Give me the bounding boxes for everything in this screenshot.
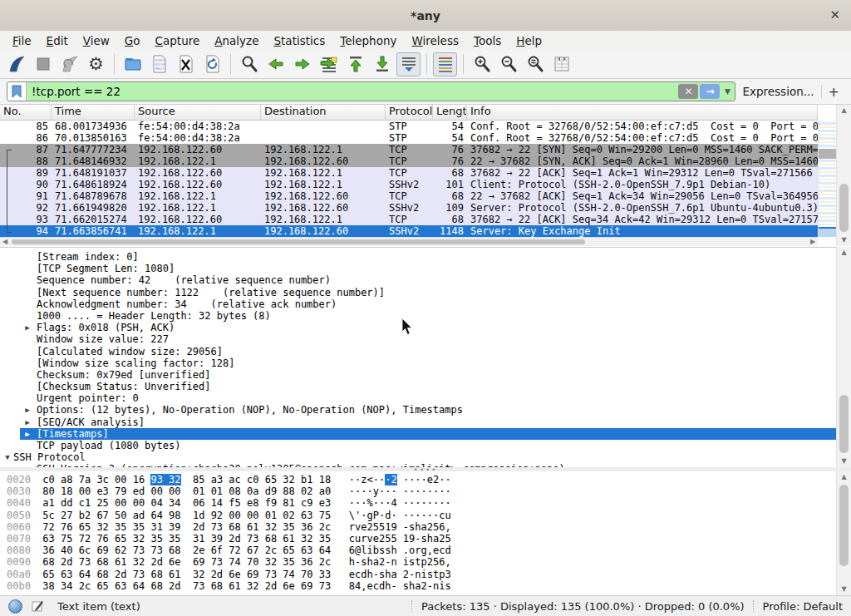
go-back-icon[interactable] <box>263 52 288 76</box>
hex-line-0020[interactable]: 0020 c0 a8 7a 3c 00 16 93 32 85 a3 ac c0… <box>0 474 836 485</box>
hex-line-00a0[interactable]: 00a0 65 63 64 68 2d 73 68 61 32 2d 6e 69… <box>0 569 836 580</box>
packet-row-88[interactable]: 8871.648146932192.168.122.1192.168.122.6… <box>0 155 818 167</box>
detail-line[interactable]: Acknowledgment number: 34 (relative ack … <box>0 298 836 310</box>
details-vscrollbar[interactable]: ▲ ▼ <box>836 247 851 467</box>
column-header-length[interactable]: Length <box>433 105 467 120</box>
filter-input[interactable]: !tcp.port == 22 ✕ → ▼ <box>7 81 735 101</box>
menu-view[interactable]: View <box>76 32 117 49</box>
scroll-up-icon[interactable]: ▲ <box>837 106 851 116</box>
packet-row-86[interactable]: 8670.013850163fe:54:00:d4:38:2aSTP54Conf… <box>0 132 818 144</box>
detail-line[interactable]: [TCP Segment Len: 1080] <box>0 263 836 274</box>
add-filter-button[interactable]: + <box>829 84 844 100</box>
capture-options-icon[interactable]: ⚙ <box>84 52 108 76</box>
detail-line[interactable]: ▶Options: (12 bytes), No-Operation (NOP)… <box>0 404 836 416</box>
filter-dropdown-icon[interactable]: ▼ <box>721 84 733 99</box>
colorize-icon[interactable] <box>433 52 457 76</box>
go-first-icon[interactable] <box>343 52 367 76</box>
menu-help[interactable]: Help <box>509 32 549 49</box>
restart-capture-icon[interactable] <box>57 52 81 76</box>
detail-line[interactable]: [Next sequence number: 1122 (relative se… <box>0 287 836 298</box>
hex-line-0050[interactable]: 0050 5c 27 b2 67 50 ad 64 98 1d 92 00 00… <box>0 510 836 521</box>
scroll-right-icon[interactable]: ▶ <box>808 238 818 246</box>
menu-edit[interactable]: Edit <box>39 32 76 49</box>
hex-line-0040[interactable]: 0040 a1 dd c1 25 00 00 04 34 06 14 f5 e8… <box>0 497 836 509</box>
expert-info-icon[interactable] <box>8 599 22 614</box>
expander-open-icon[interactable]: ▼ <box>2 451 13 463</box>
capture-comment-icon[interactable] <box>31 599 44 613</box>
hex-line-0070[interactable]: 0070 63 75 72 76 65 32 35 35 31 39 2d 73… <box>0 533 836 545</box>
menu-telephony[interactable]: Telephony <box>332 32 404 49</box>
scroll-up-icon[interactable]: ▲ <box>837 472 851 482</box>
close-file-icon[interactable] <box>174 52 198 76</box>
close-window-icon[interactable]: ✕ <box>829 7 840 22</box>
scroll-down-icon[interactable]: ▼ <box>837 235 851 245</box>
find-packet-icon[interactable] <box>237 52 261 76</box>
reload-file-icon[interactable] <box>200 52 224 76</box>
expression-button[interactable]: Expression... <box>742 85 814 98</box>
expander-closed-icon[interactable]: ▶ <box>22 428 33 440</box>
scrollbar-thumb[interactable] <box>839 395 849 453</box>
splitter-handle-icon[interactable]: •••• <box>413 468 437 471</box>
hex-line-0090[interactable]: 0090 68 2d 73 68 61 32 2d 6e 69 73 74 70… <box>0 556 836 568</box>
menu-analyze[interactable]: Analyze <box>207 32 266 49</box>
menu-wireless[interactable]: Wireless <box>404 32 466 49</box>
go-last-icon[interactable] <box>370 52 394 76</box>
scrollbar-thumb[interactable] <box>839 485 849 566</box>
detail-line[interactable]: TCP payload (1080 bytes) <box>0 440 836 451</box>
packet-row-89[interactable]: 8971.648191037192.168.122.60192.168.122.… <box>0 167 818 179</box>
detail-line[interactable]: ▼SSH Protocol <box>0 451 836 463</box>
detail-line[interactable]: 1000 .... = Header Length: 32 bytes (8) <box>0 310 836 322</box>
intelligent-scrollbar-minimap[interactable] <box>818 121 837 237</box>
expander-closed-icon[interactable]: ▶ <box>22 416 33 428</box>
packet-row-93[interactable]: 9371.662015274192.168.122.60192.168.122.… <box>0 214 818 225</box>
open-file-icon[interactable] <box>121 52 145 76</box>
packet-row-92[interactable]: 9271.661949820192.168.122.1192.168.122.6… <box>0 202 818 214</box>
detail-line[interactable]: [Calculated window size: 29056] <box>0 346 836 357</box>
detail-line[interactable]: Sequence number: 42 (relative sequence n… <box>0 274 836 286</box>
packet-list-hscrollbar[interactable]: ◀ ▶ <box>0 237 818 246</box>
packet-row-87[interactable]: 8771.647777234192.168.122.60192.168.122.… <box>0 144 818 155</box>
scroll-left-icon[interactable]: ◀ <box>0 238 10 246</box>
scrollbar-thumb[interactable] <box>12 239 585 244</box>
detail-line[interactable]: Checksum: 0x79ed [unverified] <box>0 369 836 381</box>
packet-list-vscrollbar[interactable]: ▲ ▼ <box>836 105 851 246</box>
menu-go[interactable]: Go <box>117 32 148 49</box>
go-forward-icon[interactable] <box>290 52 314 76</box>
menu-capture[interactable]: Capture <box>148 32 208 49</box>
column-header-source[interactable]: Source <box>135 105 261 120</box>
detail-line[interactable]: [Stream index: 0] <box>0 251 836 263</box>
detail-line[interactable]: [Checksum Status: Unverified] <box>0 381 836 392</box>
menu-file[interactable]: File <box>5 32 39 49</box>
filter-value[interactable]: !tcp.port == 22 <box>27 85 678 98</box>
zoom-out-icon[interactable] <box>496 52 520 76</box>
filter-clear-icon[interactable]: ✕ <box>678 84 698 99</box>
scrollbar-thumb[interactable] <box>839 184 849 232</box>
column-header-info[interactable]: Info <box>467 105 818 120</box>
start-capture-icon[interactable] <box>4 52 28 76</box>
hex-line-00b0[interactable]: 00b0 38 34 2c 65 63 64 68 2d 73 68 61 32… <box>0 580 836 592</box>
expander-closed-icon[interactable]: ▶ <box>22 322 33 333</box>
packet-row-94[interactable]: 9471.663856741192.168.122.1192.168.122.6… <box>0 225 818 237</box>
scroll-down-icon[interactable]: ▼ <box>837 456 851 466</box>
hex-line-0060[interactable]: 0060 72 76 65 32 35 35 31 39 2d 73 68 61… <box>0 521 836 533</box>
detail-line[interactable]: ▶[Timestamps] <box>20 428 836 440</box>
expander-closed-icon[interactable]: ▶ <box>22 404 33 416</box>
packet-row-90[interactable]: 9071.648618924192.168.122.60192.168.122.… <box>0 179 818 190</box>
packet-row-85[interactable]: 8568.001734936fe:54:00:d4:38:2aSTP54Conf… <box>0 121 818 132</box>
resize-columns-icon[interactable] <box>549 52 573 76</box>
scroll-down-icon[interactable]: ▼ <box>837 584 851 594</box>
column-header-time[interactable]: Time <box>52 105 135 120</box>
profile-label[interactable]: Profile: Default <box>763 600 843 613</box>
auto-scroll-icon[interactable] <box>396 52 421 76</box>
detail-line[interactable]: Urgent pointer: 0 <box>0 392 836 404</box>
menu-statistics[interactable]: Statistics <box>266 32 332 49</box>
detail-line[interactable]: [Window size scaling factor: 128] <box>0 357 836 369</box>
zoom-reset-icon[interactable] <box>523 52 547 76</box>
hex-line-0080[interactable]: 0080 36 40 6c 69 62 73 73 68 2e 6f 72 67… <box>0 545 836 556</box>
column-header-no[interactable]: No. <box>0 105 52 120</box>
detail-line[interactable]: Window size value: 227 <box>0 333 836 345</box>
filter-apply-icon[interactable]: → <box>700 84 720 99</box>
bytes-vscrollbar[interactable]: ▲ ▼ <box>836 471 851 595</box>
column-header-protocol[interactable]: Protocol <box>386 105 433 120</box>
menu-tools[interactable]: Tools <box>466 32 509 49</box>
